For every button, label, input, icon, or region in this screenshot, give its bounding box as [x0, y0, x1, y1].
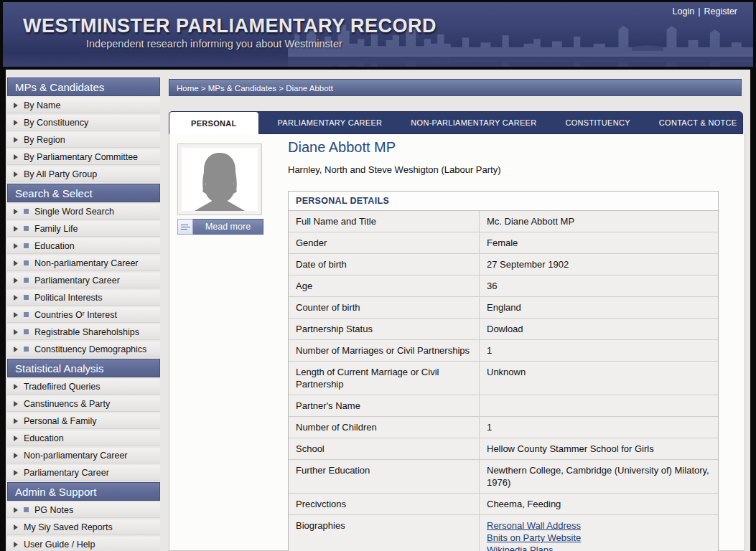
- table-row-biographies: Biographies Rersonal Wall Address Bnits …: [289, 515, 718, 551]
- detail-label: Age: [289, 276, 480, 296]
- sidebar-item-by-name[interactable]: By Name: [7, 98, 160, 113]
- arrow-right-icon: [14, 435, 18, 441]
- detail-value: 1: [480, 417, 718, 438]
- sidebar-item-constituency-demographics[interactable]: Constituency Demographics: [7, 342, 160, 357]
- sidebar-item-label: By Name: [24, 100, 60, 110]
- sidebar-item-label: Countries Oʳ Interest: [34, 310, 117, 320]
- personal-details-table: PERSONAL DETAILS Full Name and TitleMc. …: [288, 191, 719, 551]
- sidebar-item-label: Education: [24, 433, 64, 443]
- detail-label: Further Education: [289, 460, 480, 493]
- skyline-reflection: [288, 54, 753, 67]
- login-link[interactable]: Login: [673, 6, 695, 17]
- detail-label: Number of Marriages or Civil Partnership…: [289, 340, 480, 361]
- register-link[interactable]: Register: [704, 6, 737, 17]
- table-row: Further EducationNewthern College, Cambr…: [289, 460, 718, 494]
- detail-label: Partnership Status: [289, 319, 480, 339]
- sidebar-item-by-parliamentary-committee[interactable]: By Parliamentary Committee: [7, 149, 160, 165]
- table-row: SchoolHellow County Stammer School for G…: [289, 438, 718, 460]
- bullet-square-icon: [24, 312, 29, 317]
- tab-bar: PERSONAL PARLIAMENTARY CAREER NON-PARLIA…: [169, 111, 743, 134]
- detail-value: Hellow County Stammer School for Girls: [480, 438, 718, 459]
- sidebar-item-parliamentary-career-stats[interactable]: Parliamentary Career: [7, 465, 160, 481]
- biography-link-party-website[interactable]: Bnits on Party Website: [487, 532, 711, 544]
- sidebar: MPs & Candidates By Name By Constituency…: [7, 77, 160, 551]
- sidebar-item-label: Tradefiired Queries: [24, 382, 101, 392]
- sidebar-section-header-admin-support: Admin & Support: [7, 482, 160, 501]
- tab-contact-notce[interactable]: CONTACT & NOTCE: [645, 112, 752, 133]
- sidebar-item-pg-notes[interactable]: PG Notes: [7, 502, 160, 518]
- sidebar-item-user-guide-help[interactable]: User Guide / Help: [7, 537, 160, 551]
- arrow-right-icon: [14, 418, 18, 424]
- sidebar-item-label: Political Interests: [34, 293, 102, 303]
- table-row: Date of birth27 September 1902: [289, 254, 718, 276]
- site-header: WESTMINSTER PARLIAMENTARY RECORD Indepen…: [3, 2, 753, 67]
- arrow-right-icon: [14, 278, 18, 283]
- sidebar-item-by-region[interactable]: By Region: [7, 132, 160, 148]
- mp-photo-placeholder: [177, 143, 262, 215]
- sidebar-item-education-stats[interactable]: Education: [7, 430, 160, 446]
- arrow-right-icon: [14, 226, 18, 232]
- tab-parliamentary-career[interactable]: PARLIAMENTARY CAREER: [263, 112, 397, 133]
- sidebar-item-label: Personal & Family: [24, 416, 96, 426]
- detail-value-links: Rersonal Wall Address Bnits on Party Web…: [480, 515, 718, 551]
- sidebar-item-single-word-search[interactable]: Single Word Search: [7, 204, 160, 220]
- sidebar-item-registrable-shareholships[interactable]: Registrable Shareholships: [7, 324, 160, 340]
- sidebar-item-label: By Parliamentary Committee: [24, 152, 138, 162]
- sidebar-item-label: Non-parliamentary Career: [24, 451, 128, 461]
- sidebar-item-personal-family[interactable]: Personal & Family: [7, 413, 160, 429]
- sidebar-section-header-statistical-analysis: Statistical Analysis: [7, 359, 160, 377]
- sidebar-item-non-parliamentary-career-stats[interactable]: Non-parliamentary Career: [7, 448, 160, 463]
- sidebar-item-family-life[interactable]: Family Life: [7, 221, 160, 237]
- sidebar-item-label: Parliamentary Career: [24, 468, 109, 478]
- site-tagline: Independent research informing you about…: [86, 38, 342, 50]
- arrow-right-icon: [14, 120, 18, 126]
- sidebar-item-by-constituency[interactable]: By Constituency: [7, 115, 160, 131]
- bullet-square-icon: [24, 226, 29, 231]
- sidebar-item-label: By All Party Group: [24, 169, 97, 179]
- bullet-square-icon: [24, 278, 29, 283]
- table-row: PrecivctionsCheema, Feeding: [289, 494, 718, 515]
- sidebar-item-parliamentary-career[interactable]: Parliamentary Career: [7, 273, 160, 288]
- sidebar-item-label: By Constituency: [24, 118, 88, 128]
- page-title-mp-name: Diane Abbott MP: [288, 139, 396, 156]
- sidebar-item-label: By Region: [24, 135, 65, 145]
- sidebar-item-my-saved-reports[interactable]: My Siy Saved Reports: [7, 519, 160, 535]
- page-body: MPs & Candidates By Name By Constituency…: [6, 70, 750, 551]
- bullet-square-icon: [24, 329, 29, 334]
- bullet-square-icon: [24, 260, 29, 265]
- detail-value: 36: [480, 276, 718, 296]
- biography-link-wikipedia[interactable]: Wikipedia Plans: [487, 544, 711, 551]
- detail-label: Partner's Name: [289, 395, 480, 416]
- detail-value: Newthern College, Cambridge (University …: [480, 460, 718, 493]
- biography-link-personal-wall[interactable]: Rersonal Wall Address: [487, 519, 711, 532]
- mp-constituency-line: Harnley, North and Steve Weshigton (Labo…: [288, 164, 501, 175]
- detail-value: Cheema, Feeding: [480, 494, 718, 514]
- tab-personal[interactable]: PERSONAL: [169, 111, 259, 134]
- detail-label: Length of Current Marriage or Civil Part…: [289, 362, 480, 395]
- detail-value: England: [480, 297, 718, 318]
- sidebar-item-canstinuencs-party[interactable]: Canstinuencs & Party: [7, 396, 160, 412]
- sidebar-item-political-interests[interactable]: Political Interests: [7, 290, 160, 306]
- sidebar-item-education[interactable]: Education: [7, 238, 160, 254]
- detail-label: Gender: [289, 232, 480, 253]
- sidebar-item-countries-of-interest[interactable]: Countries Oʳ Interest: [7, 307, 160, 323]
- sidebar-item-by-all-party-group[interactable]: By All Party Group: [7, 166, 160, 182]
- arrow-right-icon: [14, 453, 18, 458]
- arrow-right-icon: [14, 209, 18, 215]
- breadcrumb[interactable]: Home > MPs & Candidates > Diane Abbott: [169, 79, 742, 96]
- bullet-square-icon: [24, 243, 29, 248]
- tab-constituency[interactable]: CONSTITUENCY: [551, 112, 644, 133]
- sidebar-item-label: Canstinuencs & Party: [24, 399, 110, 409]
- arrow-right-icon: [14, 312, 18, 318]
- arrow-right-icon: [14, 295, 18, 301]
- tab-non-parliamentary-career[interactable]: NON-PARLIAMENTARY CAREER: [396, 112, 551, 133]
- bullet-square-icon: [24, 507, 29, 512]
- auth-separator: |: [698, 6, 700, 17]
- table-row: Counter of birthEngland: [289, 297, 718, 319]
- read-more-button[interactable]: Mead more: [177, 219, 263, 235]
- arrow-right-icon: [14, 524, 18, 530]
- arrow-right-icon: [14, 329, 18, 335]
- sidebar-item-non-parliamentary-career[interactable]: Non-parliamentary Career: [7, 255, 160, 271]
- detail-value: Dowload: [480, 319, 718, 339]
- sidebar-item-tradefiired-queries[interactable]: Tradefiired Queries: [7, 379, 160, 395]
